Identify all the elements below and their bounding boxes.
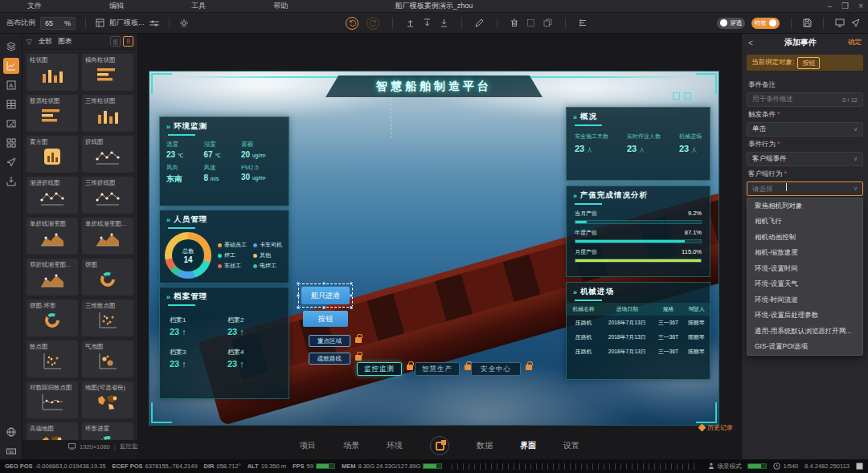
chart-card[interactable]: 环形进度 xyxy=(82,422,133,440)
bottom-nav-item[interactable]: 场景 xyxy=(343,440,359,451)
chart-card[interactable]: 三维折线图 xyxy=(82,177,133,214)
dropdown-option[interactable]: 环境-设置后处理参数 xyxy=(747,308,862,324)
dropdown-option[interactable]: 相机动画控制 xyxy=(747,230,862,246)
evac-route-button[interactable]: 疏散路线 xyxy=(309,353,350,365)
chart-card[interactable]: 折线图 xyxy=(82,136,133,173)
template-tab[interactable]: 船厂模板... xyxy=(109,18,145,28)
preview-monitor-icon[interactable] xyxy=(835,18,845,27)
keyboard-icon[interactable] xyxy=(3,443,19,459)
scene-mode[interactable]: 场景模式 xyxy=(717,463,741,471)
chart-card[interactable]: 散点图 xyxy=(27,340,78,377)
bottom-nav-item[interactable]: 界面 xyxy=(520,440,536,451)
close-icon[interactable]: × xyxy=(858,2,863,10)
trigger-select[interactable]: 单击 ∨ xyxy=(747,122,863,137)
gear-icon[interactable] xyxy=(179,18,189,28)
globe-icon[interactable] xyxy=(3,424,19,440)
minimize-icon[interactable]: – xyxy=(828,2,833,10)
monitor-tab-button[interactable]: 监控监测 xyxy=(357,362,402,376)
maximize-icon[interactable]: ❒ xyxy=(841,2,849,10)
panel-toggle-icon[interactable] xyxy=(856,463,863,470)
chart-card[interactable]: 单折线渐变图... xyxy=(82,218,133,255)
align-icon[interactable] xyxy=(579,18,588,27)
chart-card[interactable]: 地图(可选省份) xyxy=(82,381,133,418)
chart-thumbnail-icon xyxy=(85,66,130,84)
history-badge[interactable]: 历史记录 xyxy=(699,423,733,432)
filter-icon[interactable]: ▽ xyxy=(27,38,32,46)
charts-icon[interactable] xyxy=(3,58,19,74)
chart-card[interactable]: 股票柱状图 xyxy=(27,95,78,132)
publish-icon[interactable] xyxy=(851,18,860,27)
bottom-nav-item[interactable]: 设置 xyxy=(563,440,579,451)
dropdown-option[interactable]: 环境-时间流逝 xyxy=(747,292,862,308)
bottom-nav-item[interactable]: 数据 xyxy=(477,440,493,451)
env-metric: 风速8 m/s xyxy=(204,164,239,185)
layers-icon[interactable] xyxy=(3,39,19,55)
copy-icon[interactable] xyxy=(543,18,552,27)
personnel-panel: »人员管理 总数 14 基础员工卡车司机焊工其他车丝工电焊工 xyxy=(159,210,289,283)
chart-card[interactable]: 饼图-环形 xyxy=(27,300,78,336)
list-view-icon[interactable]: ||| xyxy=(110,36,121,47)
editor-canvas[interactable]: 智慧船舶制造平台 »环境监测 温度23 ℃湿度67 ℃雾霾20 ug/m³风向东… xyxy=(138,34,741,459)
plain-button-widget[interactable]: 按钮 xyxy=(303,311,348,327)
timeline-ruler[interactable] xyxy=(452,463,698,470)
behavior-select[interactable]: 客户端事件 ∨ xyxy=(747,152,863,166)
chart-card[interactable]: 饼图 xyxy=(82,259,133,296)
dropdown-option[interactable]: 相机飞行 xyxy=(747,214,862,230)
machinery-table: 机械名称进场日期规格驾驶人 压路机2018年7月13日三一36T陈丽琴压路机20… xyxy=(567,303,710,359)
chart-card-label: 地图(可选省份) xyxy=(85,384,130,392)
pierce-toggle[interactable]: 穿透 xyxy=(717,18,745,29)
media-icon[interactable] xyxy=(3,116,19,132)
confirm-button[interactable]: 确定 xyxy=(848,38,862,47)
chart-card[interactable]: 三维散点图 xyxy=(82,300,133,336)
undo-button[interactable] xyxy=(346,17,358,30)
dropdown-option[interactable]: 环境-设置天气 xyxy=(747,277,862,293)
remark-input[interactable]: 用于事件概述 0 / 12 xyxy=(747,92,863,107)
chart-card[interactable]: 三维柱状图 xyxy=(82,95,133,132)
export-box-icon[interactable] xyxy=(3,173,19,190)
filter-all-label[interactable]: 全部 xyxy=(39,37,52,47)
dropdown-option[interactable]: 环境-设置时间 xyxy=(747,261,862,277)
chart-card[interactable]: 气泡图 xyxy=(82,340,133,377)
canvas-scale-input[interactable]: 65% xyxy=(40,17,76,30)
chart-card[interactable]: 高德地图 xyxy=(27,422,78,440)
legend-item: 基础员工 xyxy=(218,241,248,249)
smart-production-button[interactable]: 智慧生产 xyxy=(415,362,460,376)
dropdown-option[interactable]: GIS-设置POI选项 xyxy=(747,340,862,356)
chart-card[interactable]: 对数回归散点图 xyxy=(27,381,78,418)
import-icon[interactable] xyxy=(423,18,432,27)
chart-thumbnail-icon xyxy=(30,353,75,370)
frame-icon[interactable] xyxy=(526,18,535,27)
scene-viewport[interactable]: 智慧船舶制造平台 »环境监测 温度23 ℃湿度67 ℃雾霾20 ug/m³风向东… xyxy=(149,71,719,426)
chart-card[interactable]: 单折线渐变图 xyxy=(27,218,78,255)
app-logo-icon[interactable] xyxy=(430,436,449,455)
download-icon[interactable] xyxy=(440,18,448,27)
sliders-icon[interactable] xyxy=(149,19,159,27)
grid-view-icon[interactable]: ⠿ xyxy=(123,36,133,47)
chart-card[interactable]: 直方图 xyxy=(27,136,78,173)
trash-icon[interactable] xyxy=(510,18,518,27)
widgets-icon[interactable] xyxy=(3,135,19,151)
dropdown-option[interactable]: 相机-缩放速度 xyxy=(747,246,862,262)
dropdown-option[interactable]: 通用-用系统默认浏览器打开网... xyxy=(747,324,862,340)
upload-icon[interactable] xyxy=(406,18,415,27)
chart-card[interactable]: 渐进折线图 xyxy=(27,177,78,214)
dropdown-option[interactable]: 聚焦相机到对象 xyxy=(747,198,862,214)
save-icon[interactable] xyxy=(803,18,812,27)
bottom-nav-item[interactable]: 项目 xyxy=(300,440,316,451)
redo-button[interactable] xyxy=(366,17,379,30)
chevron-down-icon: ∨ xyxy=(854,126,858,133)
chart-card[interactable]: 双折线渐变图... xyxy=(27,259,78,296)
key-area-button[interactable]: 重点区域 xyxy=(309,335,350,347)
plane-icon[interactable] xyxy=(3,154,19,170)
table-icon[interactable] xyxy=(3,96,19,112)
chart-thumbnail-icon xyxy=(30,271,75,288)
chart-card[interactable]: 横向柱状图 xyxy=(82,54,133,91)
text-icon[interactable]: A xyxy=(3,77,19,93)
chart-card[interactable]: 柱状图 xyxy=(27,54,78,91)
effect-toggle[interactable]: 特效 xyxy=(751,18,780,29)
bottom-nav-item[interactable]: 环境 xyxy=(387,440,403,451)
client-behavior-input[interactable]: 请选择 ∨ xyxy=(747,181,863,196)
safety-center-button[interactable]: 安全中心 xyxy=(471,362,521,376)
brush-icon[interactable] xyxy=(475,18,484,27)
tab-charts[interactable]: 图表 xyxy=(59,37,72,47)
